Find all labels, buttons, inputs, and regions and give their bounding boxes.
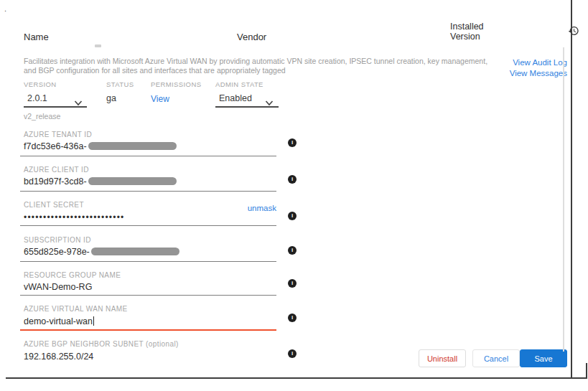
- subscription-id-value: 655d825e-978e-: [24, 247, 90, 257]
- info-icon[interactable]: i: [288, 175, 297, 184]
- field-underline-focused: [20, 329, 276, 331]
- info-icon[interactable]: i: [288, 279, 297, 288]
- unmask-link[interactable]: unmask: [248, 204, 276, 212]
- field-underline: [20, 191, 276, 192]
- azure-virtual-wan-name-label: AZURE VIRTUAL WAN NAME: [24, 305, 128, 313]
- version-select-underline: [24, 106, 87, 108]
- panel-bottom-border: [6, 377, 587, 379]
- azure-tenant-id-value: f7dc53e6-436a-: [24, 141, 87, 151]
- history-icon[interactable]: [568, 25, 579, 37]
- azure-client-id-input[interactable]: bd19d97f-3cd8-: [24, 176, 177, 187]
- info-icon[interactable]: i: [288, 212, 297, 220]
- subscription-id-label: SUBSCRIPTION ID: [24, 236, 91, 244]
- panel-corner-border: [586, 363, 587, 378]
- uninstall-button[interactable]: Uninstall: [419, 349, 466, 367]
- side-links: View Audit Log View Messages: [488, 57, 567, 79]
- release-tag: v2_release: [24, 112, 60, 121]
- azure-client-id-label: AZURE CLIENT ID: [24, 166, 89, 174]
- view-messages-link[interactable]: View Messages: [488, 68, 567, 79]
- field-underline: [20, 225, 276, 226]
- plugin-description: Facilitates integration with Microsoft A…: [24, 57, 492, 75]
- artifact-dot: .: [4, 4, 6, 13]
- chevron-down-icon[interactable]: [265, 96, 274, 102]
- info-icon[interactable]: i: [288, 314, 297, 322]
- panel-right-border: [571, 0, 572, 378]
- version-label: VERSION: [24, 80, 57, 88]
- azure-virtual-wan-name-input[interactable]: demo-virtual-wan: [24, 316, 94, 326]
- permissions-label: PERMISSIONS: [151, 80, 201, 88]
- unmask-wrap: unmask: [205, 201, 276, 214]
- scrollbar[interactable]: [563, 47, 564, 352]
- truncated-text-artifact: [95, 44, 101, 47]
- history-icon-glyph: [568, 25, 579, 37]
- azure-tenant-id-label: AZURE TENANT ID: [24, 131, 92, 138]
- azure-client-id-value: bd19d97f-3cd8-: [24, 176, 87, 187]
- resource-group-name-label: RESOURCE GROUP NAME: [24, 271, 121, 279]
- admin-state-label: ADMIN STATE: [215, 80, 263, 88]
- info-icon[interactable]: i: [288, 349, 297, 358]
- azure-tenant-id-input[interactable]: f7dc53e6-436a-: [24, 141, 177, 151]
- column-header-vendor: Vendor: [237, 32, 266, 42]
- client-secret-input[interactable]: ••••••••••••••••••••••••••: [24, 212, 124, 222]
- redaction-pill: [88, 177, 177, 185]
- field-underline: [20, 156, 276, 156]
- azure-virtual-wan-name-value: demo-virtual-wan: [24, 316, 93, 326]
- plugin-details-panel: . Name Vendor Installed Version Facilita…: [0, 0, 588, 391]
- save-button[interactable]: Save: [520, 349, 567, 367]
- info-icon[interactable]: i: [288, 246, 297, 255]
- status-value: ga: [106, 93, 116, 103]
- field-underline: [20, 261, 276, 262]
- column-header-name: Name: [24, 32, 49, 42]
- client-secret-label: CLIENT SECRET: [24, 201, 84, 209]
- admin-state-select-value[interactable]: Enabled: [219, 93, 252, 103]
- azure-bgp-neighbor-subnet-label: AZURE BGP NEIGHBOR SUBNET (optional): [24, 340, 179, 348]
- subscription-id-input[interactable]: 655d825e-978e-: [24, 247, 179, 257]
- view-audit-log-link[interactable]: View Audit Log: [488, 57, 567, 68]
- permissions-view-link[interactable]: View: [151, 94, 169, 104]
- field-underline: [20, 295, 276, 296]
- cancel-button[interactable]: Cancel: [472, 349, 520, 367]
- version-select-value[interactable]: 2.0.1: [27, 93, 47, 103]
- redaction-pill: [88, 142, 177, 150]
- chevron-down-icon[interactable]: [74, 96, 83, 102]
- azure-bgp-neighbor-subnet-input[interactable]: 192.168.255.0/24: [24, 352, 93, 362]
- resource-group-name-input[interactable]: vWAN-Demo-RG: [24, 282, 92, 292]
- text-cursor: [93, 316, 94, 326]
- redaction-pill: [91, 248, 179, 255]
- info-icon[interactable]: i: [288, 138, 297, 147]
- status-label: STATUS: [106, 80, 134, 88]
- column-header-installed-version: Installed Version: [450, 22, 495, 42]
- admin-state-select-underline: [215, 106, 279, 108]
